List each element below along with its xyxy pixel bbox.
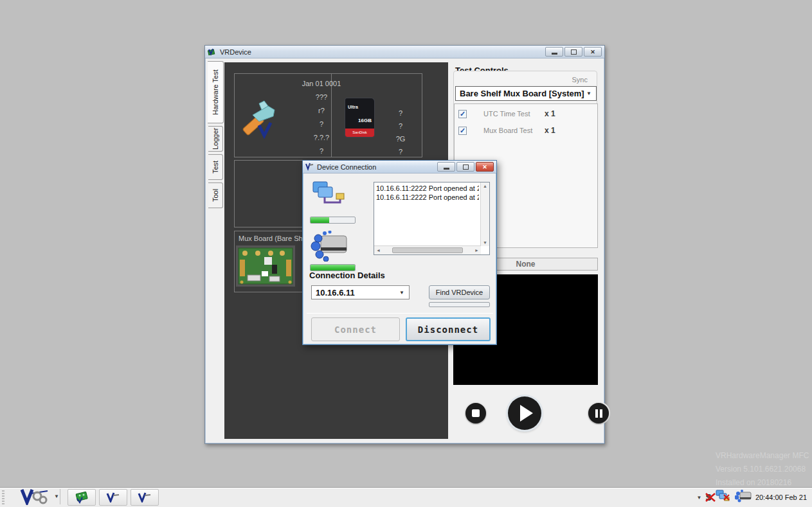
play-button[interactable] — [508, 396, 541, 430]
find-vrdevice-button[interactable]: Find VRDevice — [429, 285, 490, 299]
sd-card-brand: SanDisk — [345, 129, 374, 137]
tab-test[interactable]: Test — [208, 154, 223, 180]
quicklaunch-vr-button[interactable] — [19, 488, 51, 505]
vrdevice-titlebar[interactable]: VRDevice ✕ — [205, 46, 604, 58]
maximize-icon — [463, 165, 469, 170]
test-list-row[interactable]: UTC Time Test x 1 — [455, 107, 597, 121]
log-line: 10.16.6.11:2222 Port opened at 2/21/2 — [376, 193, 479, 202]
test-list-row[interactable]: Mux Board Test x 1 — [455, 123, 597, 138]
scroll-left-icon[interactable]: ◄ — [376, 248, 381, 253]
sd-card-capacity: 16GB — [358, 118, 372, 123]
quicklaunch-expand-icon[interactable]: ▼ — [54, 494, 59, 499]
status-label: None — [516, 260, 536, 269]
disconnect-label: Disconnect — [418, 325, 478, 335]
taskbar-clock[interactable]: 20:44:00 Feb 21 — [755, 494, 807, 501]
horizontal-scrollbar[interactable]: ◄ ► — [374, 245, 481, 254]
checkbox-checked-icon[interactable] — [458, 110, 467, 118]
tab-hardware-test[interactable]: Hardware Test — [208, 61, 224, 123]
dialog-client-area: 10.16.6.11:2222 Port opened at 2/21/2 10… — [303, 174, 496, 344]
sd-card-image: Ultra 16GB SanDisk — [345, 98, 374, 137]
scroll-right-icon[interactable]: ► — [474, 248, 479, 253]
chevron-down-icon: ▼ — [399, 290, 404, 296]
tray-expand-icon[interactable]: ▼ — [697, 495, 702, 501]
connect-button: Connect — [311, 317, 400, 341]
test-label: UTC Time Test — [483, 110, 545, 118]
sd-info-value: ? — [399, 109, 402, 117]
pause-button[interactable] — [588, 403, 609, 423]
taskbar-button-vrdevice-2[interactable] — [131, 489, 159, 506]
find-vrdevice-label: Find VRDevice — [436, 289, 483, 296]
sync-label: Sync — [572, 76, 588, 84]
taskbar: ▼ ▼ S — [0, 487, 812, 507]
network-progress-fill — [311, 217, 329, 223]
scrollbar-thumb[interactable] — [392, 247, 463, 253]
dialog-minimize-button[interactable] — [437, 162, 455, 172]
pcb-board-icon — [75, 491, 89, 504]
stop-icon — [472, 409, 480, 417]
connection-log-list[interactable]: 10.16.6.11:2222 Port opened at 2/21/2 10… — [374, 182, 490, 255]
find-progress-bar — [429, 302, 490, 307]
vrdevice-hardware-icon — [311, 231, 350, 262]
disconnect-button[interactable]: Disconnect — [406, 317, 491, 341]
sd-info-value: ?G — [396, 135, 406, 143]
scroll-down-icon[interactable]: ▼ — [483, 240, 487, 245]
maximize-button[interactable] — [564, 47, 582, 57]
desktop-version-info: VRHardwareManager MFC Version 5.101.6621… — [716, 449, 809, 490]
dialog-titlebar[interactable]: Device Connection ✕ — [303, 161, 496, 173]
minimize-icon — [444, 168, 449, 170]
chevron-down-icon: ▼ — [586, 91, 591, 96]
minimize-button[interactable] — [545, 47, 563, 57]
scroll-up-icon[interactable]: ▲ — [483, 184, 487, 188]
separator — [307, 313, 493, 314]
close-icon: ✕ — [590, 49, 595, 55]
network-disconnected-icon[interactable] — [716, 490, 731, 505]
pause-icon — [595, 409, 602, 418]
vertical-scrollbar[interactable]: ▲ ▼ — [480, 182, 489, 246]
vrdevice-tray-icon[interactable] — [735, 490, 752, 505]
device-info-value: ? — [320, 147, 323, 155]
tab-logger[interactable]: Logger — [208, 126, 223, 152]
test-count: x 1 — [545, 109, 555, 118]
play-icon — [520, 405, 533, 422]
profile-dropdown[interactable]: Bare Shelf Mux Board [System] ▼ — [455, 86, 597, 101]
desktop-info-line: Version 5.101.6621.20068 — [716, 463, 809, 476]
close-button[interactable]: ✕ — [584, 47, 602, 57]
vr-gears-icon — [19, 488, 51, 505]
sd-info-value: ? — [399, 122, 402, 130]
close-icon: ✕ — [482, 164, 487, 170]
taskbar-button-vrdevice-1[interactable] — [99, 489, 127, 506]
hammer-logo-icon — [240, 100, 278, 139]
sound-muted-icon[interactable]: S — [706, 492, 712, 503]
maximize-icon — [571, 49, 577, 55]
tab-tool[interactable]: Tool — [208, 182, 223, 208]
connect-label: Connect — [334, 325, 377, 335]
connection-details-label: Connection Details — [309, 271, 385, 280]
dialog-title: Device Connection — [317, 163, 437, 171]
device-progress-fill — [311, 265, 355, 271]
system-tray: ▼ S 20:44:00 Feb 21 — [697, 490, 812, 505]
window-title: VRDevice — [220, 48, 545, 56]
taskbar-button-muxboard[interactable] — [68, 489, 96, 506]
sd-card-model: Ultra — [348, 105, 358, 109]
dialog-maximize-button[interactable] — [456, 162, 474, 172]
app-icon — [208, 48, 217, 57]
mux-board-image — [236, 245, 295, 287]
vr-logo-icon — [138, 492, 152, 503]
network-connection-icon — [312, 181, 348, 210]
device-info-value: ??? — [316, 93, 327, 101]
dialog-close-button[interactable]: ✕ — [476, 162, 494, 172]
checkbox-checked-icon[interactable] — [458, 127, 467, 135]
taskbar-grip[interactable] — [2, 490, 5, 504]
sd-info-value: ? — [399, 148, 402, 156]
device-info-value: ?.?.? — [314, 134, 329, 141]
stop-button[interactable] — [465, 403, 486, 423]
taskbar-separator — [60, 489, 60, 504]
device-date: Jan 01 0001 — [273, 80, 370, 87]
address-combobox[interactable]: 10.16.6.11 ▼ — [311, 285, 410, 299]
desktop-info-line: VRHardwareManager MFC — [716, 449, 809, 463]
dialog-icon — [305, 163, 314, 171]
minimize-icon — [552, 53, 557, 55]
device-info-box: Jan 01 0001 ??? r? ? ?.?.? ? Ultra 16GB … — [234, 73, 422, 157]
log-line: 10.16.6.11:2222 Port opened at 2/21/2 — [376, 184, 479, 193]
test-label: Mux Board Test — [483, 127, 545, 134]
